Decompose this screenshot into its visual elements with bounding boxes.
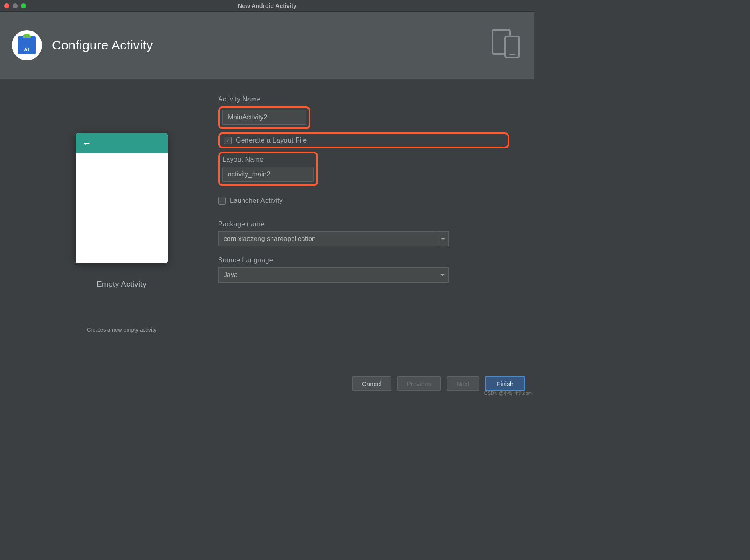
- page-title: Configure Activity: [52, 38, 153, 52]
- wizard-footer: Cancel Previous Next Finish: [352, 376, 525, 391]
- activity-name-input[interactable]: [222, 110, 306, 125]
- package-label: Package name: [218, 220, 509, 228]
- layout-name-input[interactable]: [222, 167, 314, 182]
- generate-layout-checkbox[interactable]: [224, 137, 232, 144]
- source-language-value: Java: [224, 271, 238, 279]
- form-column: Activity Name Generate a Layout File Lay…: [218, 96, 509, 372]
- launcher-row[interactable]: Launcher Activity: [218, 197, 509, 205]
- next-button[interactable]: Next: [447, 376, 479, 391]
- launcher-label: Launcher Activity: [230, 197, 283, 205]
- source-language-select[interactable]: Java: [218, 267, 449, 283]
- activity-name-group: Activity Name: [218, 96, 509, 129]
- previous-button[interactable]: Previous: [397, 376, 441, 391]
- source-language-group: Source Language Java: [218, 257, 509, 283]
- back-arrow-icon: ←: [82, 138, 91, 149]
- launcher-group: Launcher Activity: [218, 191, 509, 210]
- cancel-button[interactable]: Cancel: [352, 376, 391, 391]
- package-group: Package name com.xiaozeng.shareapplicati…: [218, 220, 509, 246]
- generate-layout-label: Generate a Layout File: [236, 137, 307, 144]
- chevron-down-icon: [437, 232, 448, 246]
- maximize-window-icon[interactable]: [21, 3, 26, 8]
- android-studio-logo: AI: [12, 30, 42, 60]
- devices-icon: [490, 28, 523, 62]
- layout-name-label: Layout Name: [222, 156, 314, 163]
- svg-rect-2: [509, 54, 515, 55]
- wizard-header: AI Configure Activity: [0, 12, 534, 79]
- generate-layout-row[interactable]: Generate a Layout File: [224, 137, 503, 144]
- highlight-generate-layout: Generate a Layout File: [218, 132, 509, 148]
- layout-name-group: Layout Name: [218, 152, 509, 186]
- package-name-select[interactable]: com.xiaozeng.shareapplication: [218, 231, 449, 246]
- activity-name-label: Activity Name: [218, 96, 509, 103]
- package-name-value: com.xiaozeng.shareapplication: [224, 235, 316, 243]
- source-language-label: Source Language: [218, 257, 509, 264]
- template-preview-column: ← Empty Activity Creates a new empty act…: [25, 96, 218, 372]
- minimize-window-icon[interactable]: [13, 3, 18, 8]
- highlight-activity-name: [218, 106, 310, 129]
- template-name: Empty Activity: [96, 280, 146, 289]
- window-controls: [4, 3, 26, 8]
- dialog-window: New Android Activity AI Configure Activi…: [0, 0, 534, 397]
- watermark: CSDN @小曾同学.com: [484, 390, 532, 397]
- phone-appbar: ←: [76, 133, 168, 153]
- window-title: New Android Activity: [238, 3, 297, 9]
- chevron-down-icon: [437, 268, 448, 282]
- launcher-checkbox[interactable]: [218, 197, 226, 205]
- titlebar: New Android Activity: [0, 0, 534, 12]
- highlight-layout-name: Layout Name: [218, 152, 318, 186]
- template-description: Creates a new empty activity: [25, 327, 218, 333]
- phone-preview: ←: [76, 133, 168, 263]
- finish-button[interactable]: Finish: [485, 376, 525, 391]
- wizard-body: ← Empty Activity Creates a new empty act…: [0, 79, 534, 372]
- android-studio-icon: AI: [18, 36, 36, 54]
- close-window-icon[interactable]: [4, 3, 9, 8]
